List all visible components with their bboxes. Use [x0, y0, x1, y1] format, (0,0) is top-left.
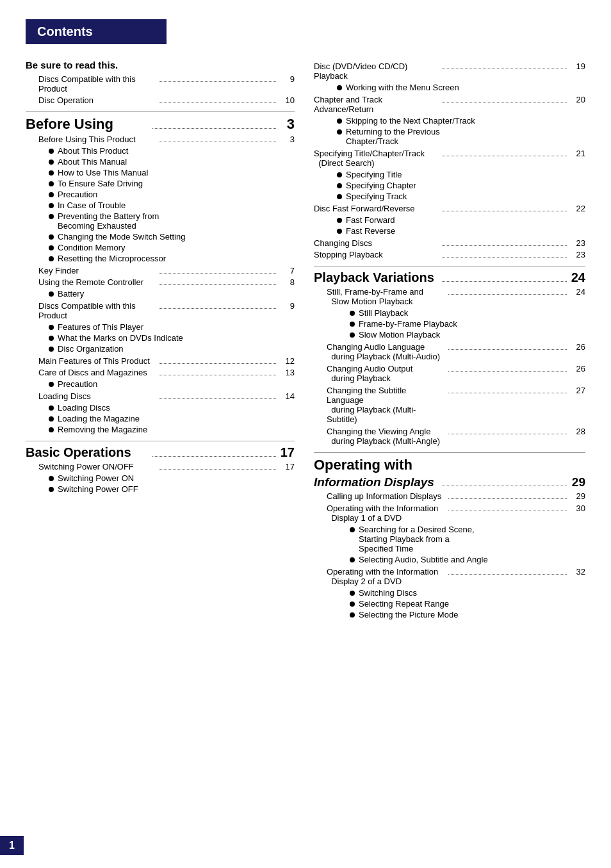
before-using-title: Before Using: [26, 116, 150, 133]
bullet-label: Fast Forward: [346, 215, 585, 225]
page-num: 12: [279, 356, 295, 366]
toc-dvd2: Operating with the Information Display 2…: [327, 567, 585, 586]
bullet-selecting-audio: Selecting Audio, Subtitle and Angle: [339, 555, 585, 564]
bullet-label: Specifying Title: [346, 170, 585, 179]
toc-calling-up: Calling up Information Displays 29: [327, 491, 585, 501]
bullet-skip-next: Skipping to the Next Chapter/Track: [327, 116, 585, 126]
dots: [159, 308, 277, 309]
bullet-label: Slow Motion Playback: [359, 330, 585, 340]
bullet-icon: [337, 172, 342, 177]
bullet-label: Selecting Repeat Range: [359, 599, 585, 609]
dvd2-content: Switching Discs Selecting Repeat Range S…: [327, 588, 585, 619]
bullet-label: Specifying Chapter: [346, 181, 585, 190]
toc-care-discs: Care of Discs and Magazines 13: [38, 368, 295, 377]
bullet-label: Specifying Track: [346, 192, 585, 201]
dots: [159, 363, 277, 364]
entry-label: Switching Power ON/OFF: [38, 462, 156, 471]
bullet-searching-scene: Searching for a Desired Scene,Starting P…: [339, 525, 585, 553]
playback-variations-section: Playback Variations 24 Still, Frame-by-F…: [314, 270, 585, 446]
dots: [442, 102, 567, 102]
toc-viewing-angle: Changing the Viewing Angle during Playba…: [327, 427, 585, 446]
disc-fast-content: Fast Forward Fast Reverse: [314, 215, 585, 236]
toc-stopping: Stopping Playback 23: [314, 250, 585, 259]
toc-changing-discs: Changing Discs 23: [314, 238, 585, 248]
basic-ops-title: Basic Operations: [26, 445, 150, 460]
dvd1-content: Searching for a Desired Scene,Starting P…: [327, 525, 585, 564]
page-num: 22: [569, 204, 585, 213]
bullet-icon: [49, 256, 54, 261]
bullet-label: In Case of Trouble: [58, 201, 295, 210]
page-badge: 1: [0, 836, 24, 855]
before-using-title-entry: Before Using 3: [26, 116, 295, 133]
bullet-icon: [49, 325, 54, 330]
bullet-icon: [49, 382, 54, 387]
bullet-power-off: Switching Power OFF: [38, 484, 295, 494]
bullet-features-player: Features of This Player: [38, 322, 295, 332]
bullet-preventing-battery: Preventing the Battery fromBecoming Exha…: [38, 211, 295, 231]
toc-disc-playback: Disc (DVD/Video CD/CD) Playback 19: [314, 61, 585, 81]
bullet-battery: Battery: [38, 289, 295, 299]
bullet-icon: [350, 612, 355, 618]
dots: [442, 211, 567, 211]
operating-with-title-line1: Operating with: [314, 457, 585, 473]
dots: [448, 393, 567, 393]
two-column-layout: Be sure to read this. Discs Compatible w…: [26, 60, 585, 621]
entry-label: Discs Compatible with this Product: [38, 301, 156, 320]
bullet-icon: [337, 194, 342, 199]
bullet-icon: [350, 322, 355, 327]
operating-with-title-block: Operating with Information Displays 29: [314, 457, 585, 489]
bullet-icon: [350, 602, 355, 607]
bullet-slow-motion: Slow Motion Playback: [339, 330, 585, 340]
page-number: 1: [9, 840, 15, 851]
bullet-fast-forward: Fast Forward: [327, 215, 585, 225]
page-num: 32: [569, 567, 585, 577]
divider: [26, 111, 295, 112]
bullet-label: Disc Organization: [58, 344, 295, 354]
dots: [159, 284, 277, 285]
toc-audio-output: Changing Audio Output during Playback 26: [327, 364, 585, 383]
page-num: 26: [569, 364, 585, 373]
right-column: Disc (DVD/Video CD/CD) Playback 19 Worki…: [314, 60, 585, 621]
dots: [159, 469, 277, 470]
dots: [442, 156, 567, 156]
entry-label: Changing the Subtitle Language during Pl…: [327, 386, 446, 424]
bullet-label: Skipping to the Next Chapter/Track: [346, 116, 585, 126]
bullet-mode-switch: Changing the Mode Switch Setting: [38, 232, 295, 242]
be-sure-section: Be sure to read this. Discs Compatible w…: [26, 60, 295, 105]
operating-with-content: Calling up Information Displays 29 Opera…: [314, 491, 585, 619]
page-num: 26: [569, 342, 585, 352]
left-column: Be sure to read this. Discs Compatible w…: [26, 60, 295, 621]
bullet-icon: [350, 591, 355, 596]
divider2: [26, 441, 295, 441]
bullet-icon: [337, 183, 342, 188]
bullet-label: Fast Reverse: [346, 226, 585, 236]
page-num: 24: [569, 287, 585, 297]
dots: [159, 81, 277, 82]
bullet-disc-org: Disc Organization: [38, 344, 295, 354]
dots: [152, 128, 277, 129]
bullet-label: Condition Memory: [58, 243, 295, 252]
toc-before-using-product: Before Using This Product 3: [38, 135, 295, 144]
bullet-precaution: Precaution: [38, 190, 295, 199]
entry-label: Disc Fast Forward/Reverse: [314, 204, 439, 213]
operating-with-page: 29: [569, 475, 585, 489]
dots: [442, 245, 567, 246]
dots: [442, 281, 567, 282]
specifying-content: Specifying Title Specifying Chapter Spec…: [314, 170, 585, 201]
entry-label: Changing Discs: [314, 238, 439, 248]
bullet-marks-dvd: What the Marks on DVDs Indicate: [38, 333, 295, 343]
bullet-icon: [49, 405, 54, 411]
page-num: 9: [279, 301, 295, 311]
page-num: 21: [569, 149, 585, 158]
entry-label: Using the Remote Controller: [38, 277, 156, 287]
toc-dvd1: Operating with the Information Display 1…: [327, 504, 585, 523]
entry-label: Still, Frame-by-Frame and Slow Motion Pl…: [327, 287, 446, 306]
bullet-icon: [49, 487, 54, 492]
bullet-spec-chapter: Specifying Chapter: [327, 181, 585, 190]
bullet-label: Selecting Audio, Subtitle and Angle: [359, 555, 585, 564]
bullet-icon: [350, 557, 355, 562]
bullet-icon: [337, 129, 342, 135]
chapter-track-content: Skipping to the Next Chapter/Track Retur…: [314, 116, 585, 146]
entry-label: Changing Audio Output during Playback: [327, 364, 446, 383]
toc-remote-controller: Using the Remote Controller 8: [38, 277, 295, 287]
